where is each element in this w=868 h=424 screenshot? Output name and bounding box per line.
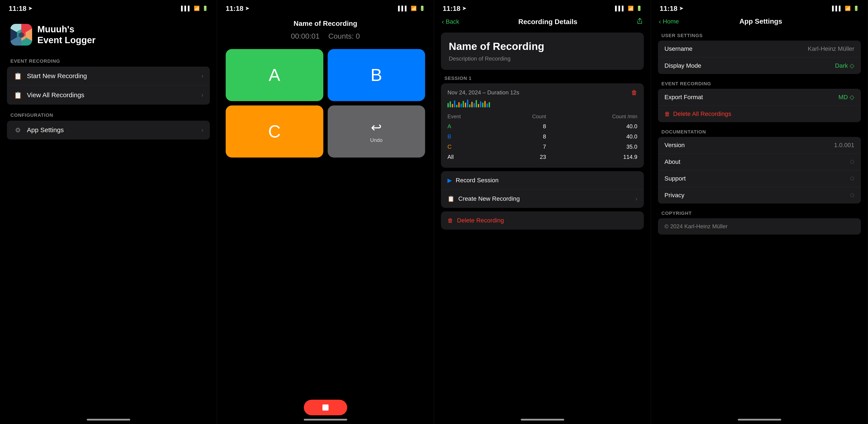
event-a-button[interactable]: A [226,49,323,101]
privacy-row[interactable]: Privacy ⬡ [658,187,861,204]
time-label-2: 11:18 [226,5,244,12]
chart-bar [467,100,468,108]
chevron-left-icon-settings: ‹ [659,18,661,25]
back-label: Back [446,18,459,25]
start-new-recording-item[interactable]: 📋 Start New Recording › [7,67,210,86]
recording-name: Name of Recording [293,20,357,28]
event-b-rate: 40.0 [546,131,637,142]
screen-settings: 11:18 ➤ ▌▌▌ 📶 🔋 ‹ Home App Settings USER… [651,0,868,424]
battery-icon: 🔋 [202,6,208,11]
app-title-line1: Muuuh's [37,24,95,35]
session-table: Event Count Count /min A 8 40.0 B 8 40.0… [447,112,637,162]
event-a-label: A [447,121,496,131]
undo-icon: ↩ [371,120,382,135]
privacy-label: Privacy [664,192,850,199]
settings-back-button[interactable]: ‹ Home [659,18,679,25]
undo-label: Undo [370,137,382,143]
settings-nav-bar: ‹ Home App Settings [651,15,868,28]
event-c-button[interactable]: C [226,105,323,157]
username-label: Username [664,46,808,52]
event-c-label: C [447,142,496,152]
event-b-button[interactable]: B [328,49,425,101]
view-recordings-icon: 📋 [13,91,22,99]
copyright-text: © 2024 Karl-Heinz Müller [664,223,727,230]
view-recordings-chevron: › [202,92,203,98]
undo-button[interactable]: ↩ Undo [328,105,425,157]
details-nav-bar: ‹ Back Recording Details [434,15,651,28]
about-row[interactable]: About ⬡ [658,154,861,170]
settings-back-label: Home [663,18,679,25]
display-mode-row[interactable]: Display Mode Dark ◇ [658,57,861,74]
table-row: A 8 40.0 [447,121,637,131]
signal-icon-4: ▌▌▌ [832,6,842,11]
location-icon-3: ➤ [462,6,466,11]
time-label: 11:18 [9,5,27,12]
session-header: Nov 24, 2024 – Duration 12s 🗑 [447,89,637,96]
view-all-recordings-item[interactable]: 📋 View All Recordings › [7,86,210,104]
signal-icon-3: ▌▌▌ [615,6,625,11]
location-icon-2: ➤ [245,6,249,11]
status-bar-home: 11:18 ➤ ▌▌▌ 📶 🔋 [0,0,217,15]
chart-bar [478,104,479,108]
status-icons-details: ▌▌▌ 📶 🔋 [615,6,642,11]
screen-home: 11:18 ➤ ▌▌▌ 📶 🔋 Muuuh's Event Logger EVE… [0,0,217,424]
start-recording-label: Start New Recording [27,72,202,80]
event-all-rate: 114.9 [546,152,637,162]
start-recording-icon: 📋 [13,72,22,80]
session-delete-icon[interactable]: 🗑 [631,89,637,96]
version-row: Version 1.0.001 [658,137,861,154]
home-indicator-1 [87,419,130,421]
copyright-group: © 2024 Karl-Heinz Müller [658,218,861,235]
support-label: Support [664,175,850,182]
chart-bar [447,103,449,108]
status-bar-details: 11:18 ➤ ▌▌▌ 📶 🔋 [434,0,651,15]
recording-header: Name of Recording 00:00:01 Counts: 0 [217,15,434,49]
wifi-icon-4: 📶 [845,6,850,11]
version-label: Version [664,142,834,149]
share-icon [637,18,643,24]
app-title: Muuuh's Event Logger [37,24,95,46]
event-all-label: All [447,152,496,162]
event-a-count: 8 [496,121,546,131]
timer-row: 00:00:01 Counts: 0 [291,32,360,40]
status-bar-settings: 11:18 ➤ ▌▌▌ 📶 🔋 [651,0,868,15]
app-logo [10,24,32,46]
session-date: Nov 24, 2024 – Duration 12s [447,89,519,96]
privacy-ext-icon: ⬡ [850,192,854,198]
view-recordings-label: View All Recordings [27,91,202,99]
user-settings-label: USER SETTINGS [651,28,868,40]
share-button[interactable] [637,18,643,26]
record-session-button[interactable]: ▶ Record Session [441,171,644,190]
support-ext-icon: ⬡ [850,176,854,181]
support-row[interactable]: Support ⬡ [658,170,861,187]
documentation-group: Version 1.0.001 About ⬡ Support ⬡ Privac… [658,137,861,204]
event-button-grid: A B C ↩ Undo [217,49,434,157]
chart-bar [454,100,455,108]
username-value: Karl-Heinz Müller [808,46,854,52]
event-b-count: 8 [496,131,546,142]
export-format-row[interactable]: Export Format MD ◇ [658,89,861,106]
about-label: About [664,158,850,165]
screen-recording: 11:18 ➤ ▌▌▌ 📶 🔋 Name of Recording 00:00:… [217,0,434,424]
col-count-per-min: Count /min [546,112,637,121]
back-button[interactable]: ‹ Back [442,18,459,25]
documentation-label: DOCUMENTATION [651,124,868,137]
nav-title-details: Recording Details [519,18,578,26]
create-new-recording-button[interactable]: 📋 Create New Recording › [441,190,644,208]
session-card: Nov 24, 2024 – Duration 12s 🗑 [441,83,644,168]
app-settings-item[interactable]: ⚙ App Settings › [7,121,210,140]
counts-display: Counts: 0 [328,32,360,40]
event-recording-settings-group: Export Format MD ◇ 🗑 Delete All Recordin… [658,89,861,122]
signal-icon-2: ▌▌▌ [398,6,408,11]
user-settings-group: Username Karl-Heinz Müller Display Mode … [658,40,861,74]
chart-bar [458,102,460,108]
chart-bar [480,101,481,108]
copyright-label: COPYRIGHT [651,205,868,218]
chart-bar [473,103,475,108]
delete-all-recordings-row[interactable]: 🗑 Delete All Recordings [658,106,861,122]
wifi-icon-2: 📶 [411,6,416,11]
table-row: All 23 114.9 [447,152,637,162]
chart-bar [489,102,490,108]
stop-button[interactable] [304,400,347,415]
delete-recording-button[interactable]: 🗑 Delete Recording [441,211,644,230]
